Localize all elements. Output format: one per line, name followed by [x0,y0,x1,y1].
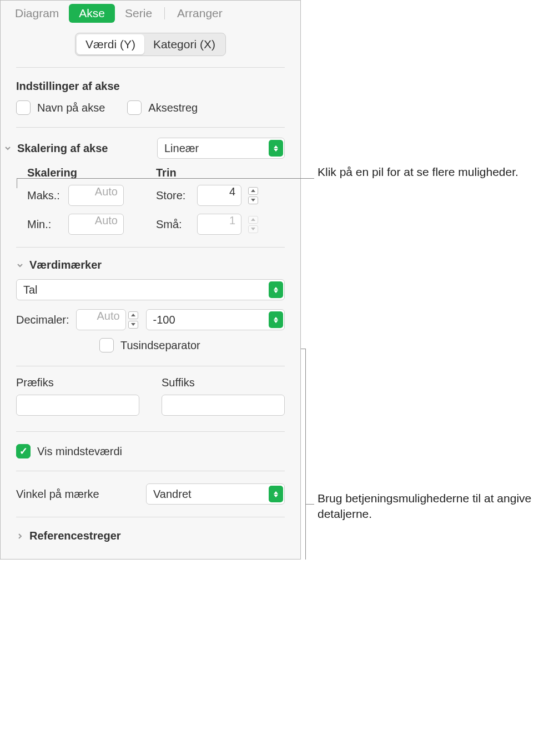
label-prefix: Præfiks [16,376,139,389]
axis-options-title: Indstillinger af akse [16,80,285,93]
select-arrows-icon [269,140,283,157]
label-suffix: Suffiks [162,376,285,389]
checkbox-axis-line[interactable] [127,100,142,115]
checkbox-show-min[interactable] [16,444,31,458]
input-max[interactable]: Auto [68,185,124,206]
input-major[interactable]: 4 [197,185,241,206]
checkbox-thousands[interactable] [99,338,114,352]
divider [16,67,285,68]
chevron-right-icon [16,533,24,540]
axis-segment-control: Værdi (Y) Kategori (X) [75,33,226,56]
disclosure-value-labels[interactable]: Værdimærker [16,259,285,271]
chevron-down-icon [16,262,24,269]
callout-1-text: Klik på en pil for at se flere mulighede… [318,164,518,180]
tab-arranger[interactable]: Arranger [167,4,233,23]
axis-subtabs: Værdi (Y) Kategori (X) [1,23,300,67]
divider [16,471,285,471]
format-panel: Diagram Akse Serie Arranger Værdi (Y) Ka… [0,0,301,560]
tab-akse[interactable]: Akse [69,4,115,23]
stepper-down-icon [248,196,258,204]
label-min: Min.: [27,218,64,231]
select-negative-format-value: -100 [153,314,175,326]
disclosure-reference-lines[interactable]: Referencestreger [16,530,285,542]
reference-lines-title: Referencestreger [29,530,121,542]
value-labels-title: Værdimærker [29,259,102,271]
stepper-up-icon [128,311,138,319]
select-negative-format[interactable]: -100 [146,309,285,330]
panel-content: Indstillinger af akse Navn på akse Akses… [1,67,300,559]
label-decimals: Decimaler: [16,314,69,326]
divider [16,517,285,517]
seg-value-y[interactable]: Værdi (Y) [77,34,144,54]
divider [16,431,285,432]
input-prefix[interactable] [16,395,139,416]
label-axis-name: Navn på akse [37,102,105,114]
stepper-major[interactable] [248,185,259,206]
tab-separator [164,7,165,19]
divider [16,247,285,248]
checkbox-axis-name[interactable] [16,100,31,115]
stepper-down-icon [128,321,138,329]
disclosure-axis-scale[interactable]: Skalering af akse [4,142,108,155]
select-arrows-icon [269,311,283,328]
seg-category-x[interactable]: Kategori (X) [144,34,224,54]
input-min[interactable]: Auto [68,214,124,235]
label-thousands: Tusindseparator [120,339,200,352]
tab-diagram[interactable]: Diagram [5,4,69,23]
select-axis-scale-value: Lineær [164,142,199,155]
select-arrows-icon [269,281,283,298]
label-max: Maks.: [27,189,64,202]
stepper-minor [248,214,259,235]
stepper-up-icon [248,187,258,195]
select-number-format[interactable]: Tal [16,279,285,300]
label-major: Store: [156,189,193,202]
select-arrows-icon [269,486,283,502]
tab-serie[interactable]: Serie [115,4,162,23]
label-axis-line: Aksestreg [148,102,198,114]
stepper-decimals[interactable] [128,309,139,330]
input-decimals[interactable]: Auto [76,309,126,330]
main-tabs: Diagram Akse Serie Arranger [1,1,300,23]
select-label-angle-value: Vandret [153,488,192,501]
label-minor: Små: [156,218,193,231]
chevron-down-icon [4,145,12,152]
stepper-down-icon [248,225,258,233]
label-angle: Vinkel på mærke [16,488,99,501]
select-number-format-value: Tal [23,284,38,296]
input-suffix[interactable] [162,395,285,416]
axis-scale-title: Skalering af akse [17,142,108,155]
select-label-angle[interactable]: Vandret [146,483,285,505]
divider [16,366,285,366]
scale-col-title: Skalering [27,167,156,179]
input-minor[interactable]: 1 [197,214,241,235]
select-axis-scale[interactable]: Lineær [157,138,285,159]
label-show-min: Vis mindsteværdi [37,445,122,458]
divider [16,127,285,128]
steps-col-title: Trin [156,167,285,179]
stepper-up-icon [248,216,258,224]
callout-2-text: Brug betjeningsmulighederne til at angiv… [318,491,551,522]
